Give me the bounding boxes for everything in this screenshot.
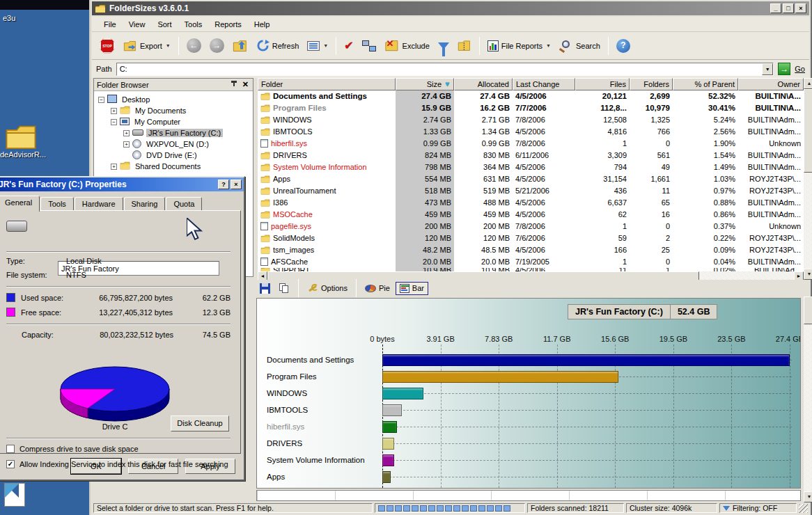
tree-item[interactable]: +My Documents <box>97 105 253 116</box>
menu-item-tools[interactable]: Tools <box>178 18 209 31</box>
indexing-checkbox[interactable]: ✓ <box>6 460 15 468</box>
table-row[interactable]: System Volume Information798 MB364 MB4/5… <box>258 161 804 173</box>
menu-item-reports[interactable]: Reports <box>208 18 248 31</box>
menu-item-sort[interactable]: Sort <box>151 18 178 31</box>
bar[interactable] <box>382 354 790 366</box>
column-header-allocated[interactable]: Allocated <box>454 78 513 90</box>
expand-icon[interactable]: + <box>111 164 117 170</box>
scrollbar-thumb[interactable] <box>804 89 812 173</box>
bar[interactable] <box>382 388 423 399</box>
table-row[interactable]: AFSCache20.0 MB20.0 MB7/19/2005100.04%BU… <box>258 256 804 268</box>
table-row[interactable]: DRIVERS824 MB830 MB6/11/20063,3095611.54… <box>258 150 804 161</box>
desktop-icon-folder[interactable]: deAdvisorR... <box>4 124 81 159</box>
bar[interactable] <box>382 454 394 466</box>
help-button[interactable]: ? <box>613 36 634 56</box>
column-header-owner[interactable]: Owner <box>738 78 804 90</box>
collapse-icon[interactable]: − <box>98 97 104 103</box>
bar[interactable] <box>382 404 402 416</box>
search-button[interactable]: Search <box>556 37 604 55</box>
refresh-button[interactable]: Refresh <box>253 36 303 55</box>
tree-item[interactable]: DVD Drive (E:) <box>97 150 253 161</box>
bar-view-button[interactable]: Bar <box>396 282 428 295</box>
tree-item[interactable]: +JR's Fun Factory (C:) <box>97 127 253 138</box>
dialog-help-button[interactable]: ? <box>218 180 229 189</box>
scroll-down-button[interactable]: ▼ <box>804 269 812 280</box>
close-button[interactable]: × <box>795 3 806 13</box>
tree-item[interactable]: +WXPVOL_EN (D:) <box>97 138 253 150</box>
go-button[interactable]: Go <box>795 65 805 73</box>
go-icon[interactable]: → <box>778 63 790 75</box>
path-input[interactable]: C: ▼ <box>116 63 774 76</box>
tree-item[interactable]: −Desktop <box>97 94 253 105</box>
stop-button[interactable]: STOP <box>96 35 118 56</box>
scroll-up-button[interactable]: ▲ <box>804 78 812 89</box>
table-vertical-scrollbar[interactable]: ▲ ▼ <box>804 78 812 280</box>
bar[interactable] <box>382 471 391 483</box>
x-tick-label: 23.5 GB <box>717 335 745 343</box>
exclude-button[interactable]: ✕ Exclude <box>381 37 433 54</box>
maximize-button[interactable]: □ <box>783 3 794 13</box>
chart-copy-button[interactable] <box>276 282 293 295</box>
scroll-down-button[interactable]: ▼ <box>804 491 812 502</box>
chart-vertical-scrollbar[interactable]: ▼ <box>804 296 812 502</box>
filter-button[interactable] <box>435 40 453 52</box>
table-row[interactable]: WINDOWS2.74 GB2.71 GB7/8/200612,5081,325… <box>258 114 804 126</box>
expand-icon[interactable]: + <box>123 141 130 148</box>
table-row[interactable]: pagefile.sys200 MB200 MB7/8/2006100.37%U… <box>258 221 804 232</box>
column-header-last-change[interactable]: Last Change <box>513 78 575 90</box>
menu-item-file[interactable]: File <box>97 18 123 31</box>
table-row[interactable]: tsm_images48.2 MB48.5 MB4/5/2006166250.0… <box>258 244 804 256</box>
bar[interactable] <box>382 371 618 383</box>
expand-icon[interactable]: + <box>123 130 130 136</box>
table-row[interactable]: Apps554 MB631 MB4/5/200631,1541,6611.03%… <box>258 173 804 185</box>
cell: 7/7/2006 <box>513 102 575 114</box>
chart-options-button[interactable]: Options <box>304 281 351 295</box>
collapse-icon[interactable]: − <box>111 119 117 125</box>
column-header-folders[interactable]: Folders <box>630 78 673 90</box>
dialog-close-button[interactable]: × <box>231 180 242 189</box>
column-header--of-parent[interactable]: % of Parent <box>673 78 738 90</box>
desktop-icon-label[interactable]: e3u <box>3 14 79 22</box>
bar[interactable] <box>382 488 390 489</box>
bar[interactable] <box>382 438 394 450</box>
column-header-size[interactable]: Size▼ <box>396 78 454 90</box>
disk-cleanup-button[interactable]: Disk Cleanup <box>171 415 229 431</box>
resize-grip[interactable] <box>799 504 808 513</box>
pie-view-button[interactable]: Pie <box>361 283 393 294</box>
splitter[interactable] <box>253 78 256 277</box>
zip-button[interactable] <box>454 37 475 54</box>
view-selector-button[interactable]: ▼ <box>304 38 331 54</box>
table-row[interactable]: hiberfil.sys0.99 GB0.99 GB7/8/2006101.90… <box>258 138 804 150</box>
table-row[interactable]: SolidModels120 MB120 MB7/6/20065920.22%R… <box>258 232 804 244</box>
pin-icon[interactable] <box>230 81 238 89</box>
table-row[interactable]: IBMTOOLS1.33 GB1.34 GB4/5/20064,8167662.… <box>258 126 804 138</box>
minimize-button[interactable]: _ <box>770 3 781 13</box>
column-header-folder[interactable]: Folder <box>258 78 396 90</box>
path-dropdown-button[interactable]: ▼ <box>762 63 773 75</box>
table-row[interactable]: Program Files15.9 GB16.2 GB7/7/2006112,8… <box>258 102 804 114</box>
scan-checkmark-button[interactable]: ✔ <box>341 36 357 55</box>
table-row[interactable]: MSOCache459 MB459 MB4/5/200662160.86%BUI… <box>258 209 804 221</box>
up-folder-button[interactable] <box>229 37 251 55</box>
scrollbar-thumb[interactable] <box>804 296 812 324</box>
close-panel-icon[interactable]: ✕ <box>241 80 250 89</box>
compress-checkbox[interactable] <box>6 445 15 453</box>
tab-general[interactable]: General <box>0 196 40 212</box>
desktop-icon-document[interactable] <box>4 483 25 507</box>
back-button[interactable]: ← <box>183 35 205 56</box>
column-header-files[interactable]: Files <box>575 78 630 90</box>
expand-icon[interactable]: + <box>111 108 117 114</box>
export-button[interactable]: Export▼ <box>120 38 174 54</box>
chart-save-button[interactable] <box>256 282 274 295</box>
table-row[interactable]: Documents and Settings27.4 GB27.4 GB4/5/… <box>258 90 804 102</box>
menu-item-help[interactable]: Help <box>248 18 276 31</box>
file-reports-button[interactable]: File Reports▼ <box>484 38 554 54</box>
table-row[interactable]: UnrealTournament518 MB519 MB5/21/2006436… <box>258 185 804 197</box>
network-button[interactable] <box>359 38 380 54</box>
bar[interactable] <box>382 421 397 433</box>
table-row[interactable]: I386473 MB488 MB4/5/20066,637650.88%BUIL… <box>258 197 804 209</box>
tree-item[interactable]: +Shared Documents <box>97 161 253 172</box>
forward-button[interactable]: → <box>206 35 228 56</box>
menu-item-view[interactable]: View <box>123 18 152 31</box>
tree-item[interactable]: −My Computer <box>97 116 253 127</box>
